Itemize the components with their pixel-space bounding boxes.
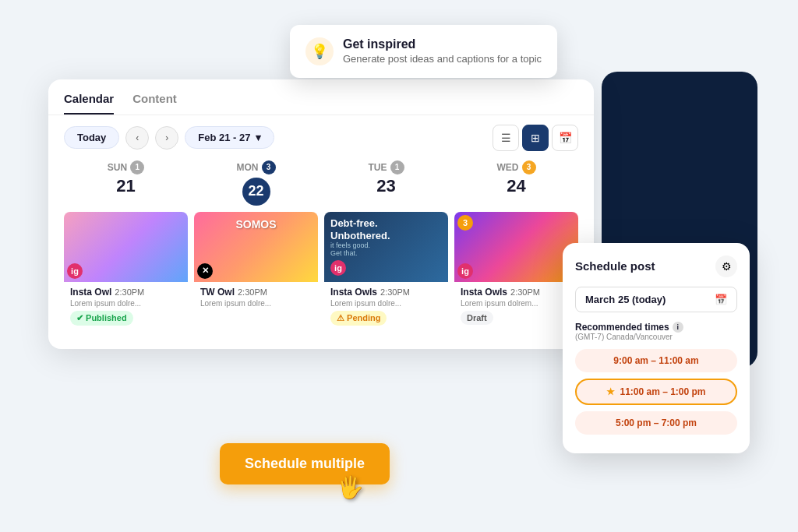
- tue-badge: 1: [390, 160, 404, 174]
- post-card-tue[interactable]: Debt-free. Unbothered. it feels good. Ge…: [324, 212, 448, 336]
- calendar-header: Calendar Content: [48, 79, 594, 115]
- calendar-card: Calendar Content Today ‹ › Feb 21 - 27 ▾…: [48, 79, 594, 349]
- schedule-post-card: Schedule post ⚙ March 25 (today) 📅 Recom…: [563, 243, 750, 453]
- get-inspired-tooltip[interactable]: 💡 Get inspired Generate post ideas and c…: [290, 25, 557, 78]
- schedule-multiple-button[interactable]: Schedule multiple: [220, 443, 390, 484]
- day-cards: ig Insta Owl 2:30PM Lorem ipsum dolre...…: [64, 212, 578, 336]
- status-pending: ⚠ Pending: [330, 311, 387, 326]
- post-image-insta: ig: [64, 212, 188, 282]
- tooltip-content: Get inspired Generate post ideas and cap…: [343, 37, 542, 65]
- post-card-mon[interactable]: SOMOS ✕ TW Owl 2:30PM Lorem ipsum dolre.…: [194, 212, 318, 336]
- num-badge-3: 3: [457, 215, 473, 231]
- day-headers: Sun 1 21 Mon 3 22: [64, 160, 578, 206]
- day-header-sun: Sun 1 21: [64, 160, 188, 206]
- post-image-tw: SOMOS ✕: [194, 212, 318, 282]
- twitter-badge: ✕: [197, 263, 213, 279]
- post-image-insta2: 3 ig: [454, 212, 578, 282]
- timezone-label: (GMT-7) Canada/Vancouver: [575, 333, 737, 341]
- instagram-badge-3: ig: [457, 263, 473, 279]
- schedule-post-title: Schedule post: [575, 259, 655, 273]
- grid-view-button[interactable]: ⊞: [522, 125, 549, 151]
- schedule-title-row: Schedule post ⚙: [575, 255, 737, 277]
- calendar-grid: Sun 1 21 Mon 3 22: [48, 160, 594, 349]
- tooltip-subtitle: Generate post ideas and captions for a t…: [343, 53, 542, 65]
- tab-bar: Calendar Content: [64, 92, 578, 115]
- post-card-sun[interactable]: ig Insta Owl 2:30PM Lorem ipsum dolre...…: [64, 212, 188, 336]
- view-toggle: ☰ ⊞ 📅: [493, 125, 578, 151]
- somos-overlay: SOMOS: [235, 218, 276, 231]
- today-button[interactable]: Today: [64, 126, 119, 149]
- post-info-4: Insta Owls 2:30PM Lorem ipsum dolrem... …: [454, 282, 578, 329]
- calendar-view-button[interactable]: 📅: [552, 125, 578, 151]
- recommended-times-label: Recommended times i: [575, 322, 737, 333]
- calendar-nav: Today ‹ › Feb 21 - 27 ▾ ☰ ⊞ 📅: [48, 125, 594, 160]
- post-info-2: TW Owl 2:30PM Lorem ipsum dolre...: [194, 282, 318, 312]
- cursor-icon: 🖐: [337, 474, 364, 500]
- calendar-icon: 📅: [715, 294, 727, 305]
- next-button[interactable]: ›: [155, 126, 178, 150]
- post-info-3: Insta Owls 2:30PM Lorem ipsum dolre... ⚠…: [324, 282, 448, 330]
- date-picker[interactable]: March 25 (today) 📅: [575, 287, 737, 312]
- status-draft: Draft: [461, 311, 493, 325]
- tab-calendar[interactable]: Calendar: [64, 92, 114, 115]
- day-header-tue: Tue 1 23: [324, 160, 448, 206]
- tab-divider: [48, 115, 594, 115]
- info-icon: i: [673, 322, 683, 333]
- prev-button[interactable]: ‹: [125, 126, 149, 150]
- tab-content[interactable]: Content: [132, 92, 177, 115]
- wed-badge: 3: [522, 160, 536, 174]
- post-card-wed[interactable]: 3 ig Insta Owls 2:30PM Lorem ipsum dolre…: [454, 212, 578, 336]
- instagram-badge-2: ig: [330, 260, 346, 276]
- star-icon: ★: [606, 386, 615, 397]
- tooltip-title: Get inspired: [343, 37, 542, 51]
- instagram-badge: ig: [67, 263, 83, 279]
- date-range-button[interactable]: Feb 21 - 27 ▾: [185, 126, 274, 149]
- lightbulb-icon: 💡: [305, 37, 334, 65]
- post-info-1: Insta Owl 2:30PM Lorem ipsum dolre... ✔ …: [64, 282, 188, 330]
- status-published: ✔ Published: [70, 311, 133, 326]
- post-image-debt: Debt-free. Unbothered. it feels good. Ge…: [324, 212, 448, 282]
- day-header-wed: Wed 3 24: [454, 160, 578, 206]
- day-header-mon: Mon 3 22: [194, 160, 318, 206]
- time-slot-3[interactable]: 5:00 pm – 7:00 pm: [575, 411, 737, 435]
- sun-badge: 1: [130, 160, 144, 174]
- list-view-button[interactable]: ☰: [493, 125, 519, 151]
- time-slot-2-featured[interactable]: ★ 11:00 am – 1:00 pm: [575, 379, 737, 405]
- time-slot-1[interactable]: 9:00 am – 11:00 am: [575, 349, 737, 372]
- gear-button[interactable]: ⚙: [715, 255, 737, 277]
- mon-badge: 3: [262, 160, 276, 174]
